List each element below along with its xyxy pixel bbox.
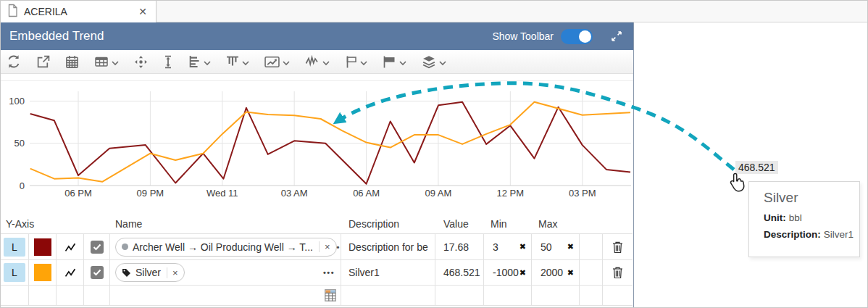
clear-max-icon[interactable]: ✖ bbox=[567, 242, 574, 251]
file-icon bbox=[7, 4, 19, 20]
chevron-down-icon bbox=[399, 61, 406, 66]
curve-style-button[interactable] bbox=[305, 55, 330, 68]
trash-icon bbox=[612, 241, 623, 254]
series-tag-pill[interactable]: Silver × bbox=[115, 263, 185, 282]
pane-divider[interactable] bbox=[633, 22, 634, 308]
max-value[interactable]: 2000 bbox=[541, 267, 563, 278]
line-style-icon[interactable] bbox=[64, 267, 77, 278]
tooltip-unit-label: Unit: bbox=[764, 212, 786, 223]
tag-icon bbox=[122, 268, 131, 278]
layers-button[interactable] bbox=[422, 55, 446, 69]
flag-filled-icon bbox=[383, 55, 396, 69]
max-cell: 2000✖ bbox=[532, 260, 580, 286]
position-crosshair-icon bbox=[134, 55, 148, 69]
description-cell[interactable]: Description for be bbox=[341, 234, 435, 260]
min-value[interactable]: 3 bbox=[493, 241, 498, 253]
clear-max-icon[interactable]: ✖ bbox=[567, 268, 574, 278]
line-style-icon[interactable] bbox=[64, 242, 77, 252]
axis-side-badge[interactable]: L bbox=[4, 263, 25, 282]
col-header-value: Value bbox=[435, 214, 484, 234]
y-axis-options-button[interactable] bbox=[188, 55, 211, 68]
hand-cursor-icon bbox=[729, 172, 746, 195]
curve-style-icon bbox=[305, 55, 320, 68]
calendar-icon bbox=[65, 55, 79, 69]
svg-text:09 PM: 09 PM bbox=[137, 188, 164, 199]
svg-text:0: 0 bbox=[20, 180, 25, 191]
toolbar-divider bbox=[1, 80, 633, 81]
svg-text:03 PM: 03 PM bbox=[569, 188, 596, 199]
delete-series-button[interactable] bbox=[612, 266, 623, 279]
table-row-empty bbox=[1, 286, 633, 306]
tooltip-unit-value: bbl bbox=[789, 212, 802, 223]
col-header-description: Description bbox=[341, 214, 435, 234]
svg-text:Wed 11: Wed 11 bbox=[206, 188, 238, 199]
open-external-button[interactable] bbox=[36, 55, 50, 69]
axis-side-badge[interactable]: L bbox=[4, 238, 25, 257]
show-toolbar-label: Show Toolbar bbox=[492, 30, 554, 42]
chart-toolbar bbox=[1, 50, 633, 74]
trash-icon bbox=[612, 266, 623, 279]
show-toolbar-toggle[interactable] bbox=[561, 29, 593, 44]
trend-type-button[interactable] bbox=[264, 55, 290, 69]
data-table-button[interactable] bbox=[94, 55, 119, 68]
col-header-actions bbox=[603, 214, 633, 234]
chevron-down-icon bbox=[204, 61, 211, 66]
trend-chart[interactable]: 06 PM09 PMWed 1103 AM06 AM09 AM12 PM03 P… bbox=[1, 84, 633, 201]
point-dot-icon bbox=[122, 244, 128, 250]
check-icon bbox=[93, 269, 101, 276]
app-frame: ACERILA ✕ Embedded Trend Show Toolbar bbox=[0, 0, 868, 308]
panel-title: Embedded Trend bbox=[9, 29, 492, 43]
min-value[interactable]: -1000 bbox=[493, 267, 519, 278]
expand-icon bbox=[610, 30, 623, 43]
description-cell[interactable]: Silver1 bbox=[341, 260, 435, 286]
tag-tooltip: Silver Unit:bbl Description:Silver1 bbox=[748, 181, 860, 257]
calendar-button[interactable] bbox=[65, 55, 79, 69]
expand-button[interactable] bbox=[610, 30, 623, 43]
clear-min-icon[interactable]: ✖ bbox=[519, 242, 526, 251]
series-tag-label: Silver bbox=[135, 267, 161, 278]
tooltip-title: Silver bbox=[764, 190, 859, 206]
delete-series-button[interactable] bbox=[612, 241, 623, 254]
tab-acerila[interactable]: ACERILA ✕ bbox=[1, 1, 157, 22]
tab-close-icon[interactable]: ✕ bbox=[135, 6, 150, 17]
series-visible-checkbox[interactable] bbox=[91, 241, 104, 254]
series-tag-pill[interactable]: Archer Well → Oil Producing Well → T... … bbox=[115, 238, 337, 257]
y-axis-options-icon bbox=[188, 55, 201, 68]
chevron-down-icon bbox=[283, 61, 290, 66]
series-tag-label: Archer Well → Oil Producing Well → T... bbox=[133, 241, 313, 253]
remove-tag-icon[interactable]: × bbox=[167, 267, 178, 278]
series-visible-checkbox[interactable] bbox=[91, 266, 104, 279]
tooltip-description-value: Silver1 bbox=[824, 229, 854, 240]
name-cell: Archer Well → Oil Producing Well → T... … bbox=[110, 234, 341, 260]
svg-text:100: 100 bbox=[9, 96, 25, 107]
chevron-down-icon bbox=[360, 61, 367, 66]
layers-icon bbox=[422, 55, 436, 69]
chevron-down-icon bbox=[322, 61, 330, 66]
browse-tags-button[interactable] bbox=[325, 289, 336, 301]
series-table: Y-Axis Name Description Value Min Max L … bbox=[1, 214, 633, 306]
table-header-row: Y-Axis Name Description Value Min Max bbox=[1, 214, 633, 234]
series-color-swatch[interactable] bbox=[34, 264, 51, 281]
chevron-down-icon bbox=[242, 61, 249, 66]
name-cell bbox=[110, 286, 341, 306]
max-value[interactable]: 50 bbox=[541, 241, 552, 253]
col-header-spare bbox=[580, 214, 603, 234]
series-color-swatch[interactable] bbox=[34, 238, 51, 256]
tooltip-description-label: Description: bbox=[764, 229, 821, 240]
position-crosshair-button[interactable] bbox=[134, 55, 148, 69]
clear-min-icon[interactable]: ✖ bbox=[519, 268, 526, 278]
chevron-down-icon bbox=[439, 61, 446, 66]
flag-outline-button[interactable] bbox=[345, 55, 367, 69]
remove-tag-icon[interactable]: × bbox=[319, 241, 330, 252]
min-cell: -1000✖ bbox=[484, 260, 532, 286]
svg-text:09 AM: 09 AM bbox=[425, 188, 452, 199]
flag-filled-button[interactable] bbox=[383, 55, 406, 69]
x-axis-options-button[interactable] bbox=[226, 55, 249, 68]
spare-cell bbox=[580, 260, 603, 286]
row-menu-button[interactable]: ••• bbox=[323, 268, 335, 277]
open-external-icon bbox=[36, 55, 50, 69]
vertical-range-button[interactable] bbox=[163, 55, 173, 69]
table-row: L Silver × ••• Silver1 468.521 -1000✖ 20… bbox=[1, 260, 633, 286]
trend-chart-svg: 06 PM09 PMWed 1103 AM06 AM09 AM12 PM03 P… bbox=[1, 84, 633, 201]
refresh-button[interactable] bbox=[7, 54, 21, 69]
